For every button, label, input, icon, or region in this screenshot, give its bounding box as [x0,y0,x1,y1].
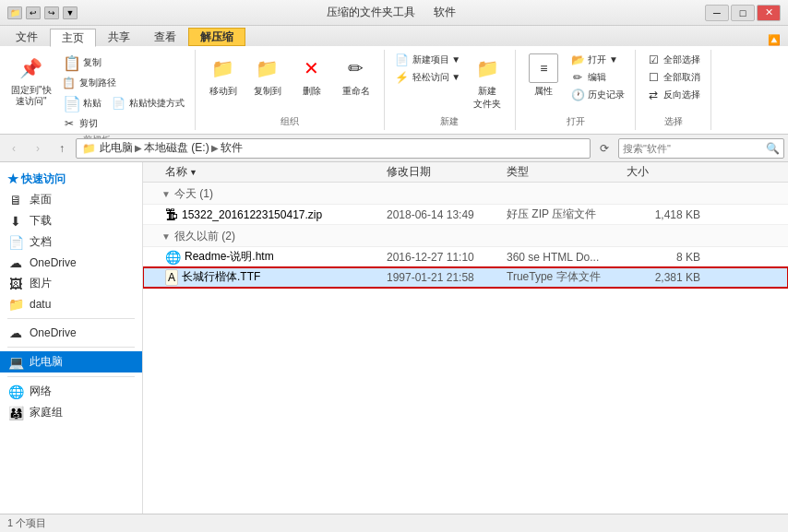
ribbon-help[interactable]: 🔼 [768,34,788,46]
sidebar-item-pictures[interactable]: 🖼 图片 [0,273,142,294]
open-label: 打开 [567,113,585,128]
new-item-button[interactable]: 📄 新建项目 ▼ [392,52,464,68]
copy-button[interactable]: 📋 复制 [59,52,187,74]
col-header-type[interactable]: 类型 [507,164,627,180]
col-type-label: 类型 [507,164,529,180]
paste-shortcut-button[interactable]: 📄 粘贴快捷方式 [109,92,187,114]
col-header-name[interactable]: 名称 ▼ [147,164,387,180]
ribbon-group-select: ☑ 全部选择 ☐ 全部取消 ⇄ 反向选择 选择 [636,50,711,130]
delete-button[interactable]: ✕ 删除 [292,52,332,100]
htm-name-text: Readme-说明.htm [185,249,274,265]
window-title: 压缩的文件夹工具 软件 [78,5,705,20]
search-box[interactable]: 🔍 [618,138,784,159]
sidebar-item-documents[interactable]: 📄 文档 [0,231,142,253]
properties-button[interactable]: ≡ 属性 [523,52,564,100]
open-button[interactable]: 📂 打开 ▼ [567,52,627,68]
edit-label: 编辑 [588,71,606,84]
new-folder-button[interactable]: 📁 新建文件夹 [467,52,507,112]
new-label: 新建 [440,113,459,128]
refresh-button[interactable]: ⟳ [594,138,615,159]
sidebar-quick-access-header: ★ 快速访问 [0,166,142,189]
move-to-button[interactable]: 📁 移动到 [203,52,244,100]
undo-icon[interactable]: ↩ [26,6,41,19]
sidebar-item-desktop[interactable]: 🖥 桌面 [0,189,142,210]
address-path[interactable]: 📁 此电脑 ▶ 本地磁盘 (E:) ▶ 软件 [76,138,591,159]
desktop-icon: 🖥 [7,193,24,207]
ttf-name-text: 长城行楷体.TTF [182,269,260,285]
documents-icon: 📄 [7,235,24,250]
col-header-date[interactable]: 修改日期 [387,164,507,180]
search-input[interactable] [623,143,766,154]
sidebar-item-onedrive-quick[interactable]: ☁ OneDrive [0,253,142,273]
invert-label: 反向选择 [663,89,700,101]
sidebar-divider-2 [7,347,135,348]
group-today-expand[interactable]: ▼ [161,189,171,199]
folder-icon[interactable]: 📁 [7,6,22,19]
redo-icon[interactable]: ↪ [44,6,59,19]
ribbon-group-clipboard: 📌 固定到"快速访问" 📋 复制 📋 复制路径 📄 粘贴 [0,50,196,130]
close-button[interactable]: ✕ [757,5,781,21]
tab-view[interactable]: 查看 [142,28,188,46]
ttf-date: 1997-01-21 21:58 [387,271,507,284]
search-icon: 🔍 [766,142,780,155]
up-button[interactable]: ↑ [52,138,72,159]
table-row[interactable]: A 长城行楷体.TTF 1997-01-21 21:58 TrueType 字体… [143,267,788,288]
history-button[interactable]: 🕐 历史记录 [567,87,627,103]
select-none-button[interactable]: ☐ 全部取消 [643,69,703,86]
htm-type: 360 se HTML Do... [507,251,627,264]
tab-home[interactable]: 主页 [50,29,96,47]
delete-icon: ✕ [297,53,327,83]
group-today: ▼ 今天 (1) [143,183,788,205]
sidebar-desktop-label: 桌面 [30,192,52,207]
sidebar-item-family[interactable]: 👨‍👩‍👧 家庭组 [0,402,142,423]
window-controls: ─ □ ✕ [705,5,781,21]
pin-quick-access-button[interactable]: 📌 固定到"快速访问" [7,52,55,109]
paste-shortcut-label: 粘贴快捷方式 [129,97,185,110]
down-arrow-icon[interactable]: ▼ [63,6,78,19]
sidebar-item-downloads[interactable]: ⬇ 下载 [0,210,142,231]
zip-type: 好压 ZIP 压缩文件 [507,207,627,222]
col-header-size[interactable]: 大小 [627,164,700,180]
rename-button[interactable]: ✏ 重命名 [336,52,376,100]
tab-share[interactable]: 共享 [96,28,142,46]
new-col: 📄 新建项目 ▼ ⚡ 轻松访问 ▼ [392,52,464,86]
maximize-button[interactable]: □ [731,5,755,21]
ttf-size: 2,381 KB [627,271,700,284]
subtitle-text: 压缩的文件夹工具 [327,6,415,18]
select-all-button[interactable]: ☑ 全部选择 [643,52,703,68]
invert-select-button[interactable]: ⇄ 反向选择 [643,87,703,103]
edit-button[interactable]: ✏ 编辑 [567,69,627,86]
sidebar-item-network[interactable]: 🌐 网络 [0,381,142,402]
sidebar-pictures-label: 图片 [30,276,52,291]
organize-label: 组织 [281,113,299,128]
ribbon-group-open: ≡ 属性 📂 打开 ▼ ✏ 编辑 🕐 历史记录 打开 [516,50,636,130]
paste-label: 粘贴 [83,97,101,110]
ribbon-group-new: 📄 新建项目 ▼ ⚡ 轻松访问 ▼ 📁 新建文件夹 新建 [385,50,517,130]
pin-icon: 📌 [17,53,46,83]
copy-path-button[interactable]: 📋 复制路径 [59,75,187,91]
group-long-ago-label: 很久以前 (2) [174,229,235,244]
sidebar-downloads-label: 下载 [30,213,52,229]
table-row[interactable]: 🌐 Readme-说明.htm 2016-12-27 11:10 360 se … [143,247,788,267]
tab-file[interactable]: 文件 [4,28,50,46]
back-button[interactable]: ‹ [4,138,24,159]
cut-button[interactable]: ✂ 剪切 [59,115,187,132]
paste-button[interactable]: 📄 粘贴 [59,92,105,114]
forward-button[interactable]: › [28,138,48,159]
col-date-label: 修改日期 [387,164,431,180]
sidebar-item-datu[interactable]: 📁 datu [0,294,142,314]
sidebar-item-this-pc[interactable]: 💻 此电脑 [0,351,142,372]
table-row[interactable]: 🗜 15322_20161223150417.zip 2018-06-14 13… [143,205,788,225]
minimize-button[interactable]: ─ [705,5,729,21]
sidebar-item-onedrive[interactable]: ☁ OneDrive [0,323,142,343]
col-size-label: 大小 [627,164,649,180]
tab-extract[interactable]: 解压缩 [188,28,245,46]
zip-name-text: 15322_20161223150417.zip [182,208,322,221]
easy-access-button[interactable]: ⚡ 轻松访问 ▼ [392,69,464,86]
status-text: 1 个项目 [7,516,46,530]
path-local-disk: 本地磁盘 (E:) [144,140,209,156]
sidebar-network-label: 网络 [30,384,52,399]
sidebar-onedrive-quick-label: OneDrive [30,256,77,269]
group-long-ago-expand[interactable]: ▼ [161,231,171,242]
copy-to-button[interactable]: 📁 复制到 [247,52,288,100]
